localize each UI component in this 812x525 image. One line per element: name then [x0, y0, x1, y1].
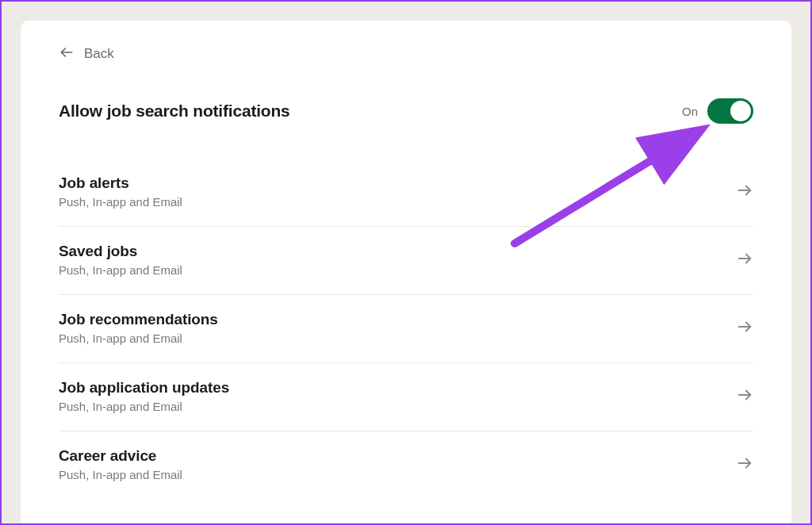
back-label: Back: [84, 46, 114, 62]
list-item-subtitle: Push, In-app and Email: [59, 468, 182, 481]
allow-notifications-toggle[interactable]: [707, 98, 753, 124]
list-item-saved-jobs[interactable]: Saved jobs Push, In-app and Email: [59, 227, 753, 295]
list-item-title: Career advice: [59, 447, 182, 465]
arrow-right-icon: [736, 386, 753, 407]
toggle-knob: [730, 101, 751, 121]
list-item-career-advice[interactable]: Career advice Push, In-app and Email: [59, 431, 753, 499]
arrow-right-icon: [736, 454, 753, 475]
toggle-status-label: On: [682, 105, 698, 118]
list-item-job-application-updates[interactable]: Job application updates Push, In-app and…: [59, 363, 753, 431]
arrow-right-icon: [736, 318, 753, 339]
arrow-right-icon: [736, 182, 753, 202]
list-item-text: Job recommendations Push, In-app and Ema…: [59, 311, 218, 345]
arrow-left-icon: [59, 44, 75, 63]
list-item-job-alerts[interactable]: Job alerts Push, In-app and Email: [59, 159, 753, 227]
back-button[interactable]: Back: [59, 44, 114, 63]
list-item-text: Job application updates Push, In-app and…: [59, 379, 229, 413]
list-item-title: Job recommendations: [59, 311, 218, 328]
list-item-subtitle: Push, In-app and Email: [59, 195, 182, 209]
list-item-job-recommendations[interactable]: Job recommendations Push, In-app and Ema…: [59, 295, 753, 363]
list-item-title: Job alerts: [59, 174, 182, 192]
list-item-title: Saved jobs: [59, 243, 182, 260]
list-item-text: Saved jobs Push, In-app and Email: [59, 243, 182, 277]
list-item-text: Job alerts Push, In-app and Email: [59, 174, 182, 209]
list-item-subtitle: Push, In-app and Email: [59, 400, 229, 413]
section-header-row: Allow job search notifications On: [59, 98, 753, 124]
list-item-title: Job application updates: [59, 379, 229, 397]
settings-card: Back Allow job search notifications On J…: [21, 21, 791, 525]
section-title: Allow job search notifications: [59, 102, 290, 121]
list-item-subtitle: Push, In-app and Email: [59, 263, 182, 277]
list-item-text: Career advice Push, In-app and Email: [59, 447, 182, 481]
list-item-subtitle: Push, In-app and Email: [59, 331, 218, 345]
arrow-right-icon: [736, 250, 753, 270]
toggle-group: On: [682, 98, 753, 124]
